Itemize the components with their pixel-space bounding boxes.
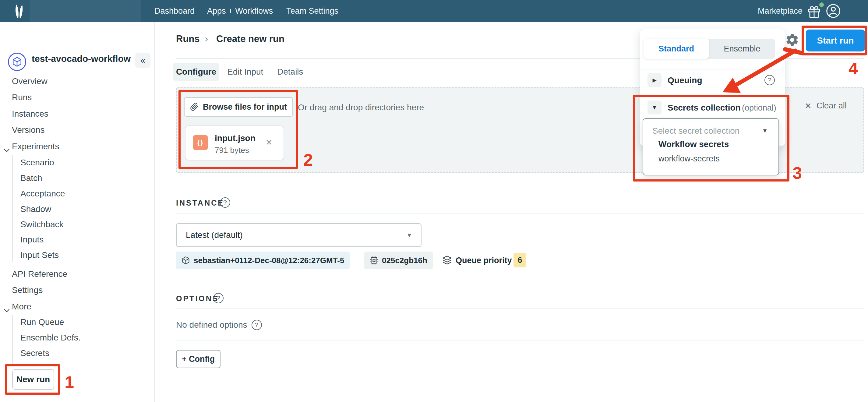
secrets-label-text: Secrets collection [668,103,741,112]
sidebar-item-run-queue[interactable]: Run Queue [21,316,64,328]
json-file-icon: {} [193,135,208,150]
instance-section-title: INSTANCE [176,198,224,207]
user-avatar-icon[interactable] [826,4,841,20]
nav-dashboard-label: Dashboard [154,6,195,16]
sidebar-item-label: Secrets [21,348,49,358]
sidebar-item-overview[interactable]: Overview [12,75,48,87]
remove-file-button[interactable]: ✕ [266,138,273,147]
add-config-button[interactable]: + Config [176,350,220,368]
top-navbar: Dashboard Apps + Workflows Team Settings… [0,0,868,22]
sidebar-item-label: Input Sets [21,250,59,260]
secrets-optional-text: (optional) [742,103,776,112]
sidebar-item-acceptance[interactable]: Acceptance [21,188,65,199]
notification-dot [819,2,824,7]
sidebar-item-scenario[interactable]: Scenario [21,157,54,168]
sidebar-item-label: Scenario [21,158,54,167]
no-options-text: No defined options [176,320,247,330]
sidebar-item-label: Shadow [21,204,51,214]
nav-marketplace[interactable]: Marketplace [758,0,803,22]
sidebar-item-switchback[interactable]: Switchback [21,219,64,230]
sidebar-item-label: Runs [12,93,32,102]
no-options-message: No defined options ? [176,320,262,330]
instance-help-icon[interactable]: ? [220,197,230,208]
nav-apps-workflows-label: Apps + Workflows [207,6,273,16]
help-icon[interactable]: ? [252,320,262,330]
topbar-highlight [30,0,141,22]
queuing-expand-icon[interactable]: ▶ [648,73,661,87]
sidebar-item-api-reference[interactable]: API Reference [12,268,67,280]
sidebar-item-versions[interactable]: Versions [12,124,44,136]
sidebar-item-label: Overview [12,76,48,86]
clear-all-label: Clear all [816,101,847,111]
gift-icon[interactable] [808,5,820,20]
queue-priority-value-badge: 6 [514,253,526,268]
tab-edit-input[interactable]: Edit Input [227,65,263,79]
experiments-indent-line [12,155,13,262]
secret-select-placeholder: Select secret collection [652,126,740,136]
secret-option-subtitle[interactable]: workflow-secrets [658,154,720,163]
chevron-down-icon: ▾ [763,127,767,134]
sidebar-item-secrets[interactable]: Secrets [21,347,49,359]
instance-select-value: Latest (default) [186,230,243,240]
sidebar-item-inputs[interactable]: Inputs [21,234,43,245]
sidebar-item-label: Ensemble Defs. [21,333,81,343]
sidebar-item-label: Batch [21,173,42,183]
nav-apps-workflows[interactable]: Apps + Workflows [207,0,273,22]
sidebar-item-ensemble-defs[interactable]: Ensemble Defs. [21,332,81,343]
secrets-collapse-icon[interactable]: ▼ [648,100,661,115]
mode-tab-standard[interactable]: Standard [644,39,709,59]
clear-all-button[interactable]: ✕ Clear all [805,101,847,111]
uploaded-file-name: input.json [215,133,255,143]
layers-icon [442,255,452,266]
gear-icon[interactable] [785,33,799,48]
sidebar-item-more[interactable]: More [12,301,31,312]
sidebar-item-label: Instances [12,109,49,119]
sidebar-collapse-button[interactable]: « [135,53,151,68]
cube-icon [182,256,190,265]
tab-configure[interactable]: Configure [173,63,219,81]
sidebar-item-label: Switchback [21,220,64,229]
new-run-button[interactable]: New run [12,369,54,390]
sidebar-item-experiments[interactable]: Experiments [12,141,59,152]
sidebar-item-batch[interactable]: Batch [21,173,42,184]
start-run-button[interactable]: Start run [806,30,865,52]
nav-dashboard[interactable]: Dashboard [154,0,195,22]
sidebar: test-avocado-workflow « Overview Runs In… [0,22,155,402]
queuing-help-icon[interactable]: ? [765,75,775,85]
sidebar-item-runs[interactable]: Runs [12,92,32,103]
chevron-down-icon [4,305,9,315]
sidebar-item-settings[interactable]: Settings [12,284,43,296]
uploaded-file-size: 791 bytes [215,146,249,155]
version-tag-text: sebastian+0112-Dec-08@12:26:27GMT-5 [194,256,344,265]
instance-select[interactable]: Latest (default) ▾ [176,223,422,247]
version-tag-badge: sebastian+0112-Dec-08@12:26:27GMT-5 [176,252,350,269]
sidebar-item-label: Versions [12,125,44,135]
sidebar-item-label: More [12,302,31,312]
browse-files-button[interactable]: Browse files for input [184,97,293,117]
nav-team-settings[interactable]: Team Settings [286,0,338,22]
panel-divider [640,69,785,69]
options-section-title: OPTIONS [176,294,219,303]
queue-priority-label: Queue priority [456,256,512,265]
chevron-down-icon: ▾ [407,231,411,239]
instance-id-text: 025c2gb16h [382,256,427,265]
breadcrumb-runs[interactable]: Runs [176,33,200,44]
instance-id-badge: 025c2gb16h [364,252,433,269]
secrets-section-label[interactable]: Secrets collection (optional) [668,103,776,113]
queuing-section-label[interactable]: Queuing [668,75,702,85]
paperclip-icon [190,103,198,111]
more-indent-line [12,315,13,365]
sidebar-item-instances[interactable]: Instances [12,108,49,120]
sidebar-item-shadow[interactable]: Shadow [21,204,51,215]
secret-option-title[interactable]: Workflow secrets [658,140,729,149]
brand-logo-icon[interactable] [13,4,25,20]
sidebar-item-label: API Reference [12,269,67,279]
workspace-cube-icon [8,53,26,71]
tab-details[interactable]: Details [277,65,303,79]
mode-tab-ensemble[interactable]: Ensemble [709,39,775,59]
options-help-icon[interactable]: ? [213,293,223,303]
sidebar-item-label: Settings [12,285,43,295]
chevron-down-icon [4,145,9,154]
sidebar-item-input-sets[interactable]: Input Sets [21,249,59,261]
browse-files-label: Browse files for input [203,102,287,112]
